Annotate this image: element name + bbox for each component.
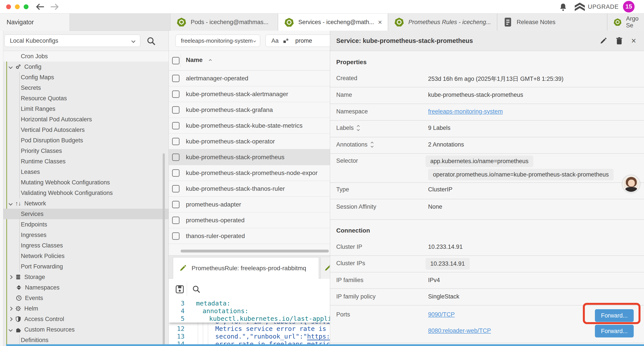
notification-count-badge[interactable]: 15 xyxy=(623,1,634,12)
sidebar-item-definitions[interactable]: Definitions xyxy=(0,335,168,345)
kubeconfig-selector[interactable]: Local Kubeconfigs xyxy=(4,34,140,47)
regex-toggle[interactable]: * xyxy=(284,36,289,45)
port-link-8080[interactable]: 8080:reloader-web/TCP xyxy=(428,327,491,334)
sidebar-item-limit-ranges[interactable]: Limit Ranges xyxy=(0,104,168,114)
port-link-9090[interactable]: 9090/TCP xyxy=(428,311,455,318)
edit-pencil-icon[interactable] xyxy=(599,37,607,45)
cluster-ips-chip: 10.233.14.91 xyxy=(426,258,470,270)
row-checkbox[interactable] xyxy=(172,90,180,98)
sidebar-item-endpoints[interactable]: Endpoints xyxy=(0,219,168,230)
delete-trash-icon[interactable] xyxy=(616,37,623,45)
row-checkbox[interactable] xyxy=(172,138,180,145)
tab-pods[interactable]: Pods - icecheng@mathmas... xyxy=(170,13,278,31)
sidebar-item-pod-disruption-budgets[interactable]: Pod Disruption Budgets xyxy=(0,135,168,146)
namespace-link[interactable]: freeleaps-monitoring-system xyxy=(428,108,503,115)
tab-close-icon[interactable]: × xyxy=(378,18,382,26)
sidebar-item-namespaces[interactable]: Namespaces xyxy=(0,282,168,293)
traffic-light-close[interactable] xyxy=(6,4,11,9)
sidebar-scrollbar[interactable] xyxy=(163,153,165,346)
sidebar-item-network-policies[interactable]: Network Policies xyxy=(0,251,168,261)
sidebar-item-config[interactable]: Config xyxy=(0,61,168,72)
tab-label: Release Notes xyxy=(517,19,556,26)
chevron-down-icon[interactable] xyxy=(8,201,12,205)
match-case-toggle[interactable]: Aa xyxy=(271,37,278,44)
sidebar-item-resource-quotas[interactable]: Resource Quotas xyxy=(0,93,168,104)
notifications-bell-icon[interactable] xyxy=(558,3,568,12)
row-checkbox[interactable] xyxy=(172,122,180,129)
column-header-name[interactable]: Name xyxy=(186,56,202,63)
sidebar-item-storage[interactable]: Storage xyxy=(0,272,168,282)
cluster-ip-label: Cluster IP xyxy=(336,244,362,250)
sidebar-item-cron-jobs[interactable]: Cron Jobs xyxy=(0,51,168,61)
sidebar-item-validating-webhook-configurations[interactable]: Validating Webhook Configurations xyxy=(0,188,168,198)
sidebar-item-config-maps[interactable]: Config Maps xyxy=(0,72,168,82)
upgrade-button[interactable]: UPGRADE xyxy=(588,3,619,10)
search-icon[interactable] xyxy=(192,285,201,294)
sidebar-item-priority-classes[interactable]: Priority Classes xyxy=(0,146,168,156)
row-checkbox[interactable] xyxy=(172,75,180,82)
row-checkbox[interactable] xyxy=(172,185,180,193)
chevron-right-icon[interactable] xyxy=(8,307,12,311)
sidebar-item-ingress-classes[interactable]: Ingress Classes xyxy=(0,240,168,251)
row-checkbox[interactable] xyxy=(172,201,180,208)
sidebar-item-helm[interactable]: Helm xyxy=(0,303,168,314)
sidebar-item-secrets[interactable]: Secrets xyxy=(0,82,168,93)
chevron-down-icon[interactable] xyxy=(8,65,12,69)
sidebar-item-network[interactable]: ↑↓ Network xyxy=(0,198,168,209)
traffic-light-minimize[interactable] xyxy=(15,4,20,9)
tab-release-notes[interactable]: Release Notes xyxy=(497,13,607,31)
sidebar-item-port-forwarding[interactable]: Port Forwarding xyxy=(0,261,168,272)
detail-actions: × xyxy=(599,31,636,51)
window-left-edge xyxy=(0,31,3,346)
expand-labels-icon[interactable] xyxy=(357,125,359,130)
navigator-panel-tab[interactable]: Navigator xyxy=(0,13,70,31)
select-all-checkbox[interactable] xyxy=(172,57,180,64)
created-value: 253d 16h 6m ago (2025年1月13日 GMT+8 1:25:3… xyxy=(428,75,564,83)
row-checkbox[interactable] xyxy=(172,217,180,224)
tab-argo[interactable]: Argo Se xyxy=(607,13,644,31)
traffic-light-zoom[interactable] xyxy=(24,4,28,9)
sidebar-item-access-control[interactable]: Access Control xyxy=(0,314,168,324)
row-checkbox[interactable] xyxy=(172,106,180,114)
save-icon[interactable] xyxy=(175,285,184,294)
forward-port-button[interactable]: Forward... xyxy=(595,325,634,338)
sidebar-item-services[interactable]: Services xyxy=(0,209,168,219)
tab-services[interactable]: Services - icecheng@math... × xyxy=(278,13,388,31)
upgrade-chevrons-icon[interactable] xyxy=(574,2,585,12)
tab-prometheus-rules[interactable]: Prometheus Rules - icecheng... xyxy=(388,13,497,31)
selector-chip: operator.prometheus.io/name=kube-prometh… xyxy=(428,169,614,180)
sidebar-item-runtime-classes[interactable]: Runtime Classes xyxy=(0,156,168,167)
window-titlebar: UPGRADE 15 xyxy=(0,0,644,13)
edit-pencil-icon xyxy=(179,264,187,272)
close-icon[interactable]: × xyxy=(631,36,636,45)
sidebar-item-custom-resources[interactable]: Custom Resources xyxy=(0,324,168,335)
forward-arrow-icon[interactable] xyxy=(50,3,59,11)
sidebar-item-mutating-webhook-configurations[interactable]: Mutating Webhook Configurations xyxy=(0,177,168,188)
chevron-right-icon[interactable] xyxy=(8,275,12,279)
ip-family-policy-value: SingleStack xyxy=(428,293,460,300)
row-checkbox[interactable] xyxy=(172,232,180,240)
search-icon[interactable] xyxy=(146,36,156,46)
editor-tab-prometheusrule[interactable]: PrometheusRule: freeleaps-prod-rabbitmq xyxy=(173,257,319,279)
sidebar-item-ingresses[interactable]: Ingresses xyxy=(0,230,168,240)
namespace-filter-select[interactable]: freeleaps-monitoring-system xyxy=(175,34,260,47)
type-value: ClusterIP xyxy=(428,186,452,193)
session-affinity-value: None xyxy=(428,203,442,210)
sidebar-item-vertical-pod-autoscalers[interactable]: Vertical Pod Autoscalers xyxy=(0,125,168,135)
sidebar-item-leases[interactable]: Leases xyxy=(0,167,168,177)
avatar[interactable] xyxy=(622,175,640,193)
back-arrow-icon[interactable] xyxy=(36,3,45,11)
sidebar-item-events[interactable]: Events xyxy=(0,293,168,303)
chevron-right-icon[interactable] xyxy=(8,317,12,321)
sidebar-item-horizontal-pod-autoscalers[interactable]: Horizontal Pod Autoscalers xyxy=(0,114,168,125)
window-bottom-accent-bar xyxy=(6,344,644,346)
search-input[interactable]: Aa * prome xyxy=(266,34,331,47)
clock-icon xyxy=(15,295,22,301)
horizontal-scrollbar[interactable] xyxy=(180,250,329,253)
row-checkbox[interactable] xyxy=(172,169,180,177)
ports-label: Ports xyxy=(336,311,350,318)
row-checkbox[interactable] xyxy=(172,153,180,161)
detail-title: Service: kube-prometheus-stack-prometheu… xyxy=(336,37,473,44)
expand-annotations-icon[interactable] xyxy=(371,142,373,147)
chevron-down-icon[interactable] xyxy=(8,328,12,332)
